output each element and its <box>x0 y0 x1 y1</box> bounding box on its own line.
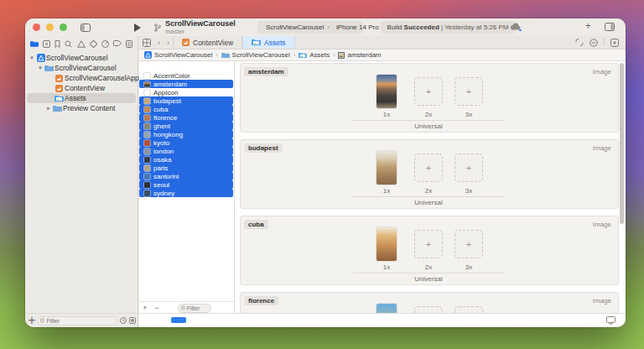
zoom-window-button[interactable] <box>60 23 67 31</box>
add-asset-button[interactable]: + <box>139 304 151 312</box>
tab-assets[interactable]: Assets <box>242 36 295 49</box>
empty-slot-3x[interactable]: + <box>454 306 483 313</box>
asset-type-label: Image <box>593 68 611 76</box>
issues-navigator-icon[interactable] <box>77 40 86 48</box>
breadcrumb-group[interactable]: ScrollViewCarousel <box>232 51 290 59</box>
selection-indicator[interactable] <box>171 317 186 323</box>
forward-button[interactable]: › <box>164 36 173 49</box>
tree-item-contentview[interactable]: ContentView <box>25 83 138 93</box>
asset-outline: AccentColor amsterdam AppIcon budapest c… <box>139 61 234 313</box>
asset-type-label: Image <box>593 144 611 152</box>
breakpoints-navigator-icon[interactable] <box>113 40 122 47</box>
close-editor-icon[interactable] <box>589 39 598 47</box>
list-item[interactable]: kyoto <box>139 138 233 147</box>
image-thumb-icon <box>144 98 150 104</box>
project-navigator-icon[interactable] <box>30 40 39 48</box>
list-item[interactable]: hongkong <box>139 130 233 138</box>
imageset-name-badge: budapest <box>244 143 283 153</box>
close-window-button[interactable] <box>33 23 40 31</box>
list-item[interactable]: amsterdam <box>139 80 233 88</box>
disclosure-open-icon[interactable]: ▾ <box>29 55 35 61</box>
empty-slot-2x[interactable]: + <box>414 230 443 258</box>
breadcrumb-assets[interactable]: Assets <box>309 51 330 59</box>
disclosure-closed-icon[interactable]: ▸ <box>45 105 52 112</box>
back-button[interactable]: ‹ <box>154 36 164 49</box>
editor-overview-icon[interactable] <box>139 36 154 49</box>
navigator-filter-input[interactable] <box>46 318 114 324</box>
xcode-cloud-icon[interactable] <box>510 23 522 32</box>
git-branch-icon <box>154 23 161 32</box>
toggle-inspector-icon[interactable] <box>605 23 615 31</box>
debug-navigator-icon[interactable] <box>101 40 109 48</box>
idiom-label: Universal <box>370 199 487 206</box>
image-slot-1x[interactable] <box>377 151 397 185</box>
tree-item-assets[interactable]: Assets <box>27 93 136 103</box>
add-tab-button[interactable]: + <box>585 20 591 32</box>
divider <box>352 196 505 197</box>
image-thumb-icon <box>144 123 150 129</box>
minimize-window-button[interactable] <box>46 23 54 31</box>
tab-contentview[interactable]: ContentView <box>173 36 242 49</box>
reports-navigator-icon[interactable] <box>126 40 132 48</box>
list-item[interactable]: seoul <box>139 180 233 189</box>
tree-item-app-file[interactable]: ScrollViewCarouselApp <box>25 73 138 83</box>
list-item[interactable]: santorini <box>139 172 233 180</box>
tree-item-preview-content[interactable]: ▸ Preview Content <box>25 103 138 113</box>
list-item[interactable]: london <box>139 147 233 155</box>
activity-view[interactable]: Build Succeeded | Yesterday at 5:26 PM <box>381 21 515 34</box>
divider <box>352 273 505 273</box>
find-navigator-icon[interactable] <box>65 40 72 48</box>
vertical-scrollbar[interactable] <box>620 63 624 224</box>
list-item[interactable]: florence <box>139 113 233 122</box>
filter-icon <box>181 305 185 310</box>
breadcrumb-imageset[interactable]: amsterdam <box>347 51 381 59</box>
image-thumb-icon <box>144 148 150 154</box>
recent-files-filter-icon[interactable] <box>120 317 127 324</box>
tree-item-group[interactable]: ▾ ScrollViewCarousel <box>25 63 138 73</box>
asset-canvas: amsterdam Image + + 1x 2x 3x Universal b… <box>234 61 626 313</box>
list-item[interactable]: osaka <box>139 155 233 164</box>
list-item[interactable]: AccentColor <box>139 71 233 80</box>
empty-slot-2x[interactable]: + <box>414 306 443 313</box>
list-item[interactable]: paris <box>139 164 233 172</box>
image-slot-1x[interactable] <box>377 304 397 313</box>
navigator-filter-field[interactable] <box>37 316 117 326</box>
empty-slot-3x[interactable]: + <box>454 154 483 182</box>
swift-file-icon <box>182 39 190 46</box>
color-set-icon <box>144 73 150 79</box>
list-item[interactable]: budapest <box>139 96 233 105</box>
outline-filter-field[interactable] <box>178 304 211 313</box>
breadcrumb-project[interactable]: ScrollViewCarousel <box>154 51 212 59</box>
source-control-filter-icon[interactable] <box>129 317 136 324</box>
source-control-navigator-icon[interactable] <box>43 40 50 48</box>
empty-slot-2x[interactable]: + <box>414 154 443 182</box>
bookmarks-navigator-icon[interactable] <box>55 40 60 48</box>
toggle-navigator-icon[interactable] <box>80 23 91 32</box>
add-file-button[interactable]: + <box>27 313 37 327</box>
empty-slot-3x[interactable]: + <box>454 230 483 258</box>
disclosure-open-icon[interactable]: ▾ <box>37 65 44 71</box>
run-button[interactable] <box>134 23 141 32</box>
image-thumb-icon <box>144 182 150 188</box>
empty-slot-3x[interactable]: + <box>454 77 483 106</box>
empty-slot-2x[interactable]: + <box>414 77 443 106</box>
folder-icon <box>44 65 55 72</box>
code-review-icon[interactable] <box>575 39 584 46</box>
image-slot-1x[interactable] <box>377 227 397 261</box>
asset-catalog-icon <box>54 95 65 102</box>
editor-content: AccentColor amsterdam AppIcon budapest c… <box>139 61 626 313</box>
asset-type-label: Image <box>593 221 611 228</box>
list-item[interactable]: sydney <box>139 189 233 197</box>
tests-navigator-icon[interactable] <box>90 40 97 48</box>
outline-filter-input[interactable] <box>187 305 208 311</box>
image-slot-1x[interactable] <box>377 75 397 108</box>
remove-asset-button[interactable]: − <box>151 304 163 312</box>
tree-item-project[interactable]: ▾ ScrollViewCarousel <box>25 53 138 63</box>
list-item[interactable]: cuba <box>139 105 233 113</box>
image-set-icon <box>338 52 345 59</box>
scheme-selector[interactable]: ScrollViewCarousel › iPhone 14 Pro <box>257 21 363 34</box>
device-preview-icon[interactable] <box>606 316 615 325</box>
add-editor-icon[interactable] <box>610 39 619 47</box>
list-item[interactable]: ghent <box>139 122 233 130</box>
list-item[interactable]: AppIcon <box>139 88 233 96</box>
